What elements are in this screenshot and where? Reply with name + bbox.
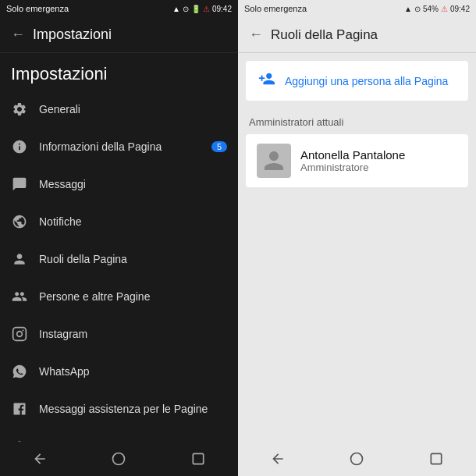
- menu-list: Generali Informazioni della Pagina 5 Mes…: [0, 91, 238, 442]
- emergency-text-left: Solo emergenza: [6, 4, 69, 13]
- menu-item-instagram[interactable]: Instagram: [0, 315, 238, 353]
- right-back-button[interactable]: ←: [249, 27, 263, 43]
- admin-name: Antonella Pantalone: [300, 148, 405, 162]
- right-header-title: Ruoli della Pagina: [271, 27, 378, 43]
- info-icon: [11, 138, 28, 155]
- menu-label-instagram: Instagram: [39, 328, 227, 340]
- nav-square-right[interactable]: [416, 445, 456, 473]
- whatsapp-icon: [11, 363, 28, 380]
- bottom-nav-left: [0, 442, 238, 476]
- admin-avatar: [257, 144, 291, 178]
- nav-home-left[interactable]: [98, 445, 139, 473]
- nav-back-left[interactable]: [20, 445, 60, 473]
- globe-icon: [11, 213, 28, 230]
- time-right: 09:42: [450, 5, 470, 13]
- menu-item-messaggi-assistenza[interactable]: Messaggi assistenza per le Pagine: [0, 390, 238, 428]
- menu-item-messaggi[interactable]: Messaggi: [0, 165, 238, 203]
- nav-square-left[interactable]: [178, 445, 218, 473]
- svg-point-5: [351, 453, 363, 465]
- add-person-icon: [258, 70, 275, 91]
- time-left: 09:42: [212, 5, 232, 13]
- svg-point-2: [23, 329, 24, 331]
- facebook-icon: [11, 400, 28, 417]
- left-header: ← Impostazioni: [0, 17, 238, 53]
- svg-rect-6: [431, 453, 441, 464]
- left-header-title: Impostazioni: [33, 27, 112, 43]
- admin-card: Antonella Pantalone Amministratore: [246, 134, 468, 187]
- wifi-icon-left: ⊙: [183, 5, 189, 13]
- person-icon-community: [11, 438, 28, 442]
- menu-label-messaggi-assistenza: Messaggi assistenza per le Pagine: [39, 403, 227, 415]
- right-header: ← Ruoli della Pagina: [238, 17, 476, 53]
- menu-label-generali: Generali: [39, 103, 227, 115]
- battery-icon-left: 🔋: [191, 5, 201, 13]
- menu-item-whatsapp[interactable]: WhatsApp: [0, 353, 238, 390]
- menu-label-persone: Persone e altre Pagine: [39, 290, 227, 303]
- menu-item-persone[interactable]: Persone e altre Pagine: [0, 278, 238, 315]
- nav-back-right[interactable]: [258, 445, 298, 473]
- battery-right: 54%: [423, 5, 439, 13]
- add-person-button[interactable]: Aggiungi una persona alla Pagina: [246, 61, 468, 101]
- chat-icon: [11, 176, 28, 193]
- right-panel: ← Ruoli della Pagina Aggiungi una person…: [238, 17, 476, 442]
- person-icon-ruoli: [11, 250, 28, 268]
- signal-icon-left: ▲: [172, 5, 180, 13]
- right-content: Aggiungi una persona alla Pagina Amminis…: [238, 53, 476, 442]
- people-icon: [11, 288, 28, 305]
- emergency-text-right: Solo emergenza: [244, 4, 307, 13]
- menu-item-generali[interactable]: Generali: [0, 91, 238, 128]
- admin-info: Antonella Pantalone Amministratore: [300, 148, 405, 173]
- menu-label-messaggi: Messaggi: [39, 178, 227, 190]
- svg-rect-0: [13, 328, 27, 341]
- warning-icon-left: ⚠: [203, 5, 210, 13]
- menu-label-community: Community: [39, 440, 227, 442]
- left-panel: ← Impostazioni Impostazioni Generali Inf…: [0, 17, 238, 442]
- warning-icon-right: ⚠: [441, 5, 448, 13]
- nav-home-right[interactable]: [336, 445, 377, 473]
- left-back-button[interactable]: ←: [11, 27, 25, 43]
- menu-item-informazioni[interactable]: Informazioni della Pagina 5: [0, 128, 238, 165]
- svg-point-3: [113, 453, 125, 465]
- status-bar-left: Solo emergenza ▲ ⊙ 🔋 ⚠ 09:42: [0, 0, 238, 17]
- menu-label-notifiche: Notifiche: [39, 215, 227, 228]
- status-bar-right: Solo emergenza ▲ ⊙ 54% ⚠ 09:42: [238, 0, 476, 17]
- add-person-label: Aggiungi una persona alla Pagina: [285, 75, 448, 87]
- admin-role: Amministratore: [300, 162, 405, 173]
- menu-item-notifiche[interactable]: Notifiche: [0, 203, 238, 240]
- menu-item-ruoli[interactable]: Ruoli della Pagina: [0, 240, 238, 278]
- menu-label-informazioni: Informazioni della Pagina: [39, 140, 201, 153]
- informazioni-badge: 5: [211, 141, 227, 152]
- signal-icon-right: ▲: [404, 5, 412, 13]
- section-header-admins: Amministratori attuali: [238, 108, 476, 134]
- svg-point-1: [17, 332, 23, 337]
- menu-label-ruoli: Ruoli della Pagina: [39, 253, 227, 265]
- svg-rect-4: [193, 453, 203, 464]
- bottom-nav-right: [238, 442, 476, 476]
- menu-item-community[interactable]: Community: [0, 428, 238, 442]
- gear-icon: [11, 101, 28, 118]
- wifi-icon-right: ⊙: [414, 5, 421, 13]
- settings-title: Impostazioni: [0, 53, 238, 91]
- instagram-icon: [11, 325, 28, 343]
- menu-label-whatsapp: WhatsApp: [39, 365, 227, 378]
